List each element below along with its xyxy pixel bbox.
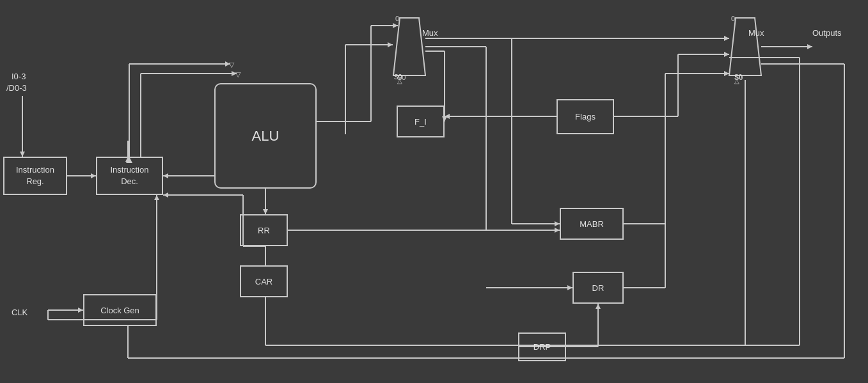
instruction-reg-box: InstructionReg. — [3, 157, 67, 195]
drp-box: DRP — [518, 332, 566, 361]
mabr-box: MABR — [560, 208, 624, 240]
car-box: CAR — [240, 265, 288, 297]
clock-gen-box: Clock Gen — [83, 294, 157, 326]
alu-box: ALU — [214, 83, 317, 189]
f-i-box: F_I — [397, 106, 445, 137]
flags-box: Flags — [556, 99, 614, 134]
instruction-dec-box: InstructionDec. — [96, 157, 163, 195]
rr-box: RR — [240, 214, 288, 246]
dr-box: DR — [572, 272, 624, 304]
